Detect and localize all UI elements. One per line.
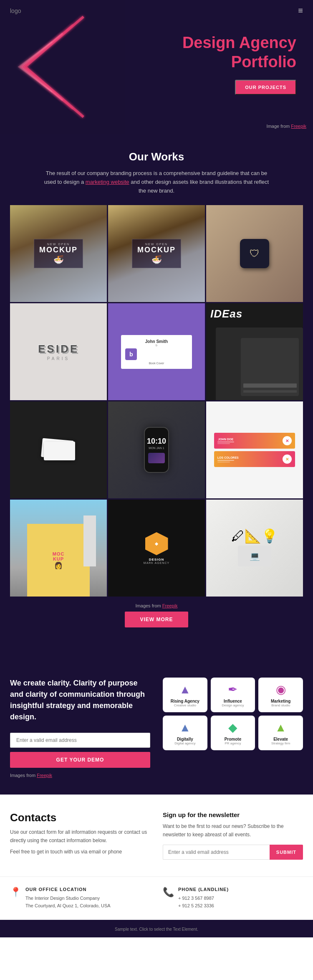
contacts-right-panel: Sign up for the newsletter Want to be th… <box>163 811 303 859</box>
promote-tagline: PR agency <box>225 741 241 745</box>
grid-item-mockup-city[interactable]: MOC KUP 👩 <box>10 500 107 597</box>
promote-name: Promote <box>225 737 242 741</box>
office-content: OUR OFFICE LOCATION The Interior Design … <box>25 887 111 910</box>
promote-icon: ◆ <box>228 721 237 734</box>
get-demo-button[interactable]: GET YOUR DEMO <box>10 752 150 768</box>
works-description: The result of our company branding proce… <box>40 169 273 195</box>
clarity-left-panel: We create clarity. Clarity of purpose an… <box>10 678 150 778</box>
grid-item-bookcover[interactable]: John Smith b b Book Cover <box>108 303 205 400</box>
influence-name: Influence <box>224 699 242 703</box>
phone-icon: 📞 <box>163 887 174 898</box>
grid-item-desk[interactable]: 🖊📐💡 💻 <box>206 500 303 597</box>
grid-item-biz-hexagon[interactable]: ◆ DESIGN MARK AGENCY <box>108 500 205 597</box>
phone-line2: + 912 5 252 3336 <box>178 902 229 910</box>
newsletter-submit-button[interactable]: SUBMIT <box>270 845 303 860</box>
portfolio-grid: NEW OPEN MOCKUP 🍜 NEW OPEN MOCKUP 🍜 🛡 <box>10 205 303 597</box>
office-line1: The Interior Design Studio Company <box>25 894 111 902</box>
grid-item-eside[interactable]: ESIDE PARIS <box>10 303 107 400</box>
hero-title: Design Agency Portfolio <box>182 33 296 71</box>
view-more-button[interactable]: VIEW MORE <box>125 612 188 627</box>
phone-line1: + 912 3 567 8987 <box>178 894 229 902</box>
footer-info: 📍 OUR OFFICE LOCATION The Interior Desig… <box>0 876 313 920</box>
clarity-section: We create clarity. Clarity of purpose an… <box>0 661 313 795</box>
freepik-link[interactable]: Freepik <box>291 124 306 129</box>
hero-section: logo ≡ Design Agency Portfolio OUR PROJE… <box>0 0 313 134</box>
logo-card-marketing[interactable]: ◉ Marketing Brand studio <box>258 678 303 712</box>
works-section: Our Works The result of our company bran… <box>0 134 313 661</box>
location-icon: 📍 <box>10 887 21 898</box>
navigation: logo ≡ <box>0 0 313 21</box>
hamburger-menu[interactable]: ≡ <box>298 6 303 15</box>
grid-item-mockup2[interactable]: NEW OPEN MOCKUP 🍜 <box>108 205 205 302</box>
newsletter-form: SUBMIT <box>163 845 303 860</box>
freepik-link-works[interactable]: Freepik <box>162 603 178 608</box>
newsletter-email-input[interactable] <box>163 845 270 860</box>
logo-card-elevate[interactable]: ▲ Elevate Strategy firm <box>258 716 303 750</box>
clarity-email-input[interactable] <box>10 733 150 748</box>
grid-item-cards[interactable] <box>10 401 107 498</box>
contacts-left-panel: Contacts Use our contact form for all in… <box>10 811 150 859</box>
clarity-heading: We create clarity. Clarity of purpose an… <box>10 678 150 723</box>
footer-bar-text: Sample text. Click to select the Text El… <box>115 927 198 932</box>
logo-card-rising[interactable]: ▲ Rising Agency Creative studio <box>163 678 207 712</box>
contacts-section: Contacts Use our contact form for all in… <box>0 795 313 876</box>
footer-bar: Sample text. Click to select the Text El… <box>0 920 313 937</box>
freepik-link-clarity[interactable]: Freepik <box>37 773 52 778</box>
grid-item-signage[interactable]: 🛡 <box>206 205 303 302</box>
marketing-tagline: Brand studio <box>271 703 290 707</box>
phone-col: 📞 PHONE (LANDLINE) + 912 3 567 8987 + 91… <box>163 887 303 910</box>
grid-item-mockup1[interactable]: NEW OPEN MOCKUP 🍜 <box>10 205 107 302</box>
elevate-name: Elevate <box>273 737 288 741</box>
newsletter-description: Want to be the first to read our news? S… <box>163 823 303 838</box>
digitally-tagline: Digital agency <box>174 741 195 745</box>
elevate-icon: ▲ <box>275 721 287 734</box>
contacts-desc1: Use our contact form for all information… <box>10 828 150 844</box>
marketing-icon: ◉ <box>276 683 286 696</box>
newsletter-title: Sign up for the newsletter <box>163 811 303 818</box>
contacts-desc2: Feel free to get in touch with us via em… <box>10 848 150 856</box>
phone-title: PHONE (LANDLINE) <box>178 887 229 892</box>
elevate-tagline: Strategy firm <box>271 741 290 745</box>
grid-item-phone[interactable]: 10:10 MON JAN 1 <box>108 401 205 498</box>
digitally-name: Digitally <box>177 737 193 741</box>
hero-image-credit: Image from Freepik <box>267 124 306 129</box>
works-title: Our Works <box>10 150 303 163</box>
office-line2: The Courtyard, Al Quoz 1, Colorado, USA <box>25 902 111 910</box>
logo: logo <box>10 8 21 14</box>
rising-icon: ▲ <box>179 683 191 696</box>
logo-card-influence[interactable]: ✒ Influence Design agency <box>211 678 255 712</box>
phone-content: PHONE (LANDLINE) + 912 3 567 8987 + 912 … <box>178 887 229 910</box>
influence-tagline: Design agency <box>222 703 244 707</box>
contacts-title: Contacts <box>10 811 150 824</box>
grid-image-credit: Images from Freepik <box>10 603 303 608</box>
hero-text-block: Design Agency Portfolio OUR PROJECTS <box>182 33 296 95</box>
digitally-icon: ▲ <box>179 721 191 734</box>
rising-tagline: Creative studio <box>174 703 196 707</box>
marketing-name: Marketing <box>271 699 290 703</box>
logo-card-digitally[interactable]: ▲ Digitally Digital agency <box>163 716 207 750</box>
grid-item-ideas[interactable]: IDEas <box>206 303 303 400</box>
marketing-website-link[interactable]: marketing website <box>86 179 129 185</box>
office-location-col: 📍 OUR OFFICE LOCATION The Interior Desig… <box>10 887 150 910</box>
influence-icon: ✒ <box>228 683 237 696</box>
office-title: OUR OFFICE LOCATION <box>25 887 111 892</box>
grid-item-bizcard[interactable]: JOHN DOE ✕ LOS COLORES ✕ <box>206 401 303 498</box>
clarity-logos-panel: ▲ Rising Agency Creative studio ✒ Influe… <box>163 678 303 750</box>
our-projects-button[interactable]: OUR PROJECTS <box>235 80 296 95</box>
logo-card-promote[interactable]: ◆ Promote PR agency <box>211 716 255 750</box>
logo-grid: ▲ Rising Agency Creative studio ✒ Influe… <box>163 678 303 750</box>
rising-name: Rising Agency <box>171 699 199 703</box>
clarity-image-credit: Images from Freepik <box>10 773 150 778</box>
